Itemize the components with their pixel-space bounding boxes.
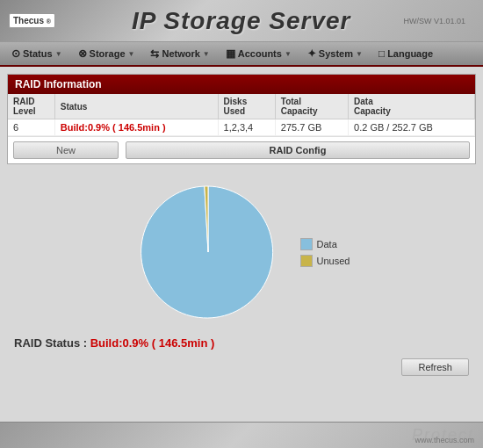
col-raid-level: RAIDLevel [8, 94, 54, 119]
col-total-capacity: TotalCapacity [275, 94, 348, 119]
raid-config-button[interactable]: RAID Config [126, 141, 470, 159]
raid-status-label: RAID Status : [14, 336, 90, 350]
nav-status-label: Status [23, 48, 53, 59]
legend-data: Data [300, 238, 350, 250]
footer: Protect www.thecus.com [0, 422, 483, 448]
accounts-icon: ▦ [226, 47, 235, 60]
chart-area: Data Unused [7, 164, 476, 331]
legend-unused: Unused [300, 255, 350, 267]
logo-area: Thecus ® [9, 13, 79, 28]
cell-disks-used: 1,2,3,4 [218, 119, 275, 136]
storage-arrow: ▼ [128, 50, 135, 58]
raid-table: RAIDLevel Status DisksUsed TotalCapacity… [8, 94, 475, 136]
nav-storage-label: Storage [90, 48, 126, 59]
pie-chart [133, 177, 283, 327]
col-data-capacity: DataCapacity [349, 94, 475, 119]
status-icon: ⊙ [11, 47, 20, 60]
footer-url: www.thecus.com [415, 436, 474, 444]
refresh-button[interactable]: Refresh [401, 358, 469, 376]
nav-system[interactable]: ✦ System ▼ [300, 45, 370, 62]
cell-data-capacity: 0.2 GB / 252.7 GB [349, 119, 475, 136]
raid-status-bar: RAID Status : Build:0.9% ( 146.5min ) [7, 331, 476, 355]
col-status: Status [54, 94, 218, 119]
nav-system-label: System [319, 48, 353, 59]
language-icon: □ [378, 47, 385, 60]
title-area: IP Storage Server [79, 7, 403, 35]
network-arrow: ▼ [203, 50, 210, 58]
button-row: New RAID Config [8, 136, 475, 163]
nav-accounts-label: Accounts [238, 48, 282, 59]
logo-tm: ® [47, 18, 51, 25]
raid-panel: RAID Information RAIDLevel Status DisksU… [7, 74, 476, 164]
accounts-arrow: ▼ [285, 50, 292, 58]
nav-storage[interactable]: ⊗ Storage ▼ [71, 45, 142, 62]
status-arrow: ▼ [55, 50, 62, 58]
logo-box: Thecus ® [9, 13, 55, 28]
legend-data-color [300, 238, 313, 250]
navbar: ⊙ Status ▼ ⊗ Storage ▼ ⇆ Network ▼ ▦ Acc… [0, 42, 483, 67]
refresh-row: Refresh [7, 355, 476, 379]
cell-total-capacity: 275.7 GB [275, 119, 348, 136]
cell-status: Build:0.9% ( 146.5min ) [54, 119, 218, 136]
nav-network-label: Network [162, 48, 199, 59]
network-icon: ⇆ [150, 47, 159, 60]
nav-accounts[interactable]: ▦ Accounts ▼ [219, 45, 299, 62]
system-icon: ✦ [307, 47, 316, 60]
storage-icon: ⊗ [78, 47, 87, 60]
version-text: HW/SW V1.01.01 [403, 17, 474, 25]
nav-language-label: Language [387, 48, 433, 59]
raid-status-value: Build:0.9% ( 146.5min ) [90, 336, 215, 350]
nav-language[interactable]: □ Language [371, 45, 440, 62]
status-build-text: Build:0.9% ( 146.5min ) [61, 122, 166, 133]
content-area: RAID Information RAIDLevel Status DisksU… [0, 67, 483, 422]
legend-unused-color [300, 255, 313, 267]
nav-network[interactable]: ⇆ Network ▼ [143, 45, 216, 62]
chart-legend: Data Unused [300, 238, 350, 267]
new-button[interactable]: New [13, 141, 119, 159]
system-arrow: ▼ [356, 50, 363, 58]
col-disks-used: DisksUsed [218, 94, 275, 119]
cell-raid-level: 6 [8, 119, 54, 136]
header: Thecus ® IP Storage Server HW/SW V1.01.0… [0, 0, 483, 42]
legend-data-label: Data [317, 239, 337, 249]
main-title: IP Storage Server [79, 7, 403, 35]
nav-status[interactable]: ⊙ Status ▼ [4, 45, 69, 62]
logo-text: Thecus [13, 16, 44, 25]
legend-unused-label: Unused [317, 256, 350, 266]
raid-panel-header: RAID Information [8, 75, 475, 94]
table-row: 6 Build:0.9% ( 146.5min ) 1,2,3,4 275.7 … [8, 119, 475, 136]
